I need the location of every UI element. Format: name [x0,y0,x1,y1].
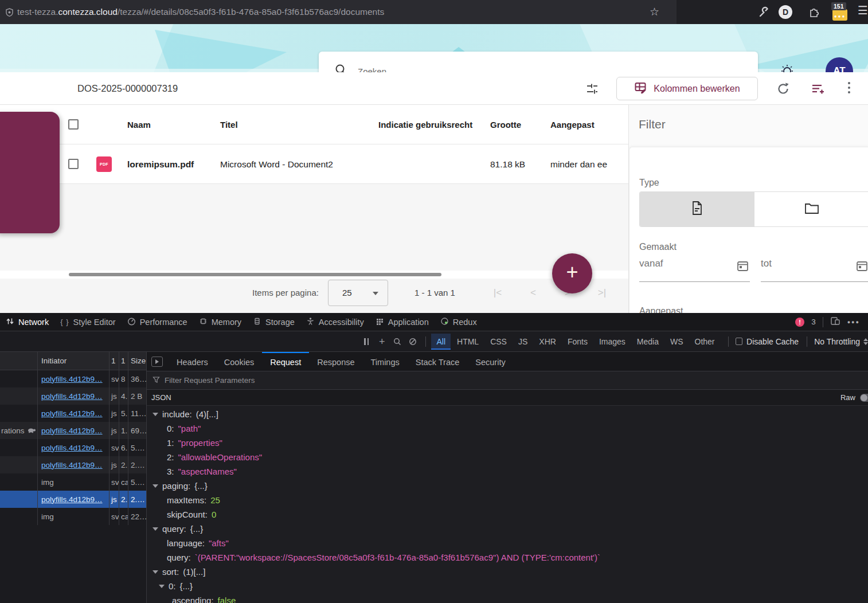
extensions-puzzle-icon[interactable] [807,5,821,21]
type-folders-button[interactable] [754,192,868,226]
column-file[interactable] [0,352,37,370]
filter-other[interactable]: Other [690,334,720,350]
search-input[interactable] [358,66,702,73]
initiator-link[interactable]: polyfills.4d12b9… [41,409,103,418]
calendar-icon[interactable] [736,259,750,275]
page-size-select[interactable]: 25 [328,280,388,306]
request-row-selected[interactable]: polyfills.4d12b9… js 2. 2.… [0,491,146,508]
refresh-icon[interactable] [776,81,791,99]
filter-images[interactable]: Images [594,334,631,350]
devtools-tab-redux[interactable]: Redux [435,313,483,331]
created-from-field[interactable] [639,258,750,282]
error-badge-icon[interactable]: ! [795,318,804,327]
more-options-kebab-icon[interactable] [848,82,850,93]
table-row[interactable]: PDF loremipsum.pdf Microsoft Word - Docu… [0,144,628,184]
detail-tab-timings[interactable]: Timings [363,352,408,371]
created-to-field[interactable] [761,258,868,282]
column-header-titel[interactable]: Titel [220,105,238,144]
tune-columns-icon[interactable] [585,81,600,99]
created-from-input[interactable] [639,258,708,269]
initiator-link[interactable]: polyfills.4d12b9… [41,444,103,452]
lightbulb-icon[interactable] [779,63,796,72]
throttling-select[interactable]: No Throttling [814,337,868,346]
split-panel-icon[interactable] [151,357,163,367]
cell-name[interactable]: loremipsum.pdf [127,144,194,184]
filter-fonts[interactable]: Fonts [562,334,593,350]
filter-xhr[interactable]: XHR [534,334,561,350]
request-row[interactable]: polyfills.4d12b9… js 2. 2.… [0,456,146,473]
browser-menu-icon[interactable] [858,3,868,17]
filter-ws[interactable]: WS [665,334,689,350]
column-header-indicatie[interactable]: Indicatie gebruiksrecht [378,105,472,144]
search-requests-icon[interactable] [390,334,405,349]
request-row[interactable]: img sv ca 22… [0,508,146,525]
column-size[interactable]: Size [128,352,146,370]
type-documents-button[interactable] [640,192,754,226]
last-page-button[interactable]: >| [595,279,609,307]
column-initiator[interactable]: Initiator [37,352,109,370]
expand-arrow-icon[interactable] [153,484,158,488]
filter-css[interactable]: CSS [485,334,512,350]
tab-manager-extension-icon[interactable]: ●●● 151 [831,2,849,22]
tracking-protection-icon[interactable] [5,7,14,19]
filter-js[interactable]: JS [513,334,533,350]
column-transferred[interactable]: 1 [119,352,128,370]
side-drawer-panel[interactable] [0,112,60,233]
select-all-checkbox[interactable] [68,119,79,130]
detail-tab-request[interactable]: Request [262,352,309,371]
request-row[interactable]: polyfills.4d12b9… js 5. 11… [0,405,146,422]
calendar-icon[interactable] [855,259,868,275]
devtools-tab-accessibility[interactable]: Accessibility [300,313,370,331]
expand-arrow-icon[interactable] [159,585,165,588]
add-document-fab[interactable] [552,253,592,293]
param-filter-input[interactable] [165,376,394,385]
scrollbar-thumb[interactable] [69,273,441,276]
initiator-link[interactable]: polyfills.4d12b9… [41,461,103,469]
disable-cache-label[interactable]: Disable Cache [746,337,799,346]
filter-add-icon[interactable] [810,81,826,99]
raw-toggle-switch[interactable] [860,394,868,402]
responsive-mode-icon[interactable] [830,316,840,327]
column-type[interactable]: 1 [109,352,119,370]
initiator-link[interactable]: polyfills.4d12b9… [41,495,103,504]
initiator-link[interactable]: polyfills.4d12b9… [41,392,103,401]
request-row[interactable]: img sv ca 5.… [0,473,146,491]
expand-arrow-icon[interactable] [153,413,158,416]
filter-media[interactable]: Media [632,334,664,350]
pause-icon[interactable] [359,334,374,349]
initiator-link[interactable]: polyfills.4d12b9… [41,426,103,435]
devtools-menu-icon[interactable] [847,319,860,325]
detail-tab-response[interactable]: Response [309,352,362,371]
devtools-tab-network[interactable]: Network [0,313,54,331]
edit-columns-button[interactable]: Kolommen bewerken [616,77,758,100]
detail-tab-stack-trace[interactable]: Stack Trace [408,352,468,371]
wrench-icon[interactable] [757,5,771,21]
column-header-grootte[interactable]: Grootte [490,105,521,144]
request-row[interactable]: polyfills.4d12b9… sv 6. 5.… [0,439,146,456]
filter-all[interactable]: All [431,334,451,350]
expand-arrow-icon[interactable] [153,570,158,574]
error-count[interactable]: 3 [811,318,816,326]
row-checkbox[interactable] [68,159,79,169]
request-row[interactable]: polyfills.4d12b9… js 4. 2 B [0,387,146,405]
expand-arrow-icon[interactable] [153,527,158,531]
first-page-button[interactable]: |< [490,279,505,307]
column-header-naam[interactable]: Naam [127,105,151,144]
detail-tab-headers[interactable]: Headers [169,352,216,371]
detail-tab-cookies[interactable]: Cookies [216,352,262,371]
disable-cache-checkbox[interactable] [736,338,743,345]
bookmark-star-icon[interactable] [650,4,659,20]
browser-profile-avatar[interactable]: D [779,5,792,19]
block-requests-icon[interactable] [405,334,421,349]
prev-page-button[interactable]: < [526,279,541,307]
devtools-tab-application[interactable]: Application [370,313,435,331]
address-bar[interactable]: test-tezza.contezza.cloud/tezza/#/detail… [0,0,677,24]
search-box[interactable] [319,52,758,72]
add-request-icon[interactable] [374,334,390,349]
created-to-input[interactable] [761,258,830,269]
request-row[interactable]: polyfills.4d12b9… sv 8 36… [0,370,146,387]
detail-tab-security[interactable]: Security [467,352,513,371]
initiator-link[interactable]: polyfills.4d12b9… [41,375,103,383]
devtools-tab-storage[interactable]: Storage [247,313,300,331]
filter-html[interactable]: HTML [452,334,484,350]
